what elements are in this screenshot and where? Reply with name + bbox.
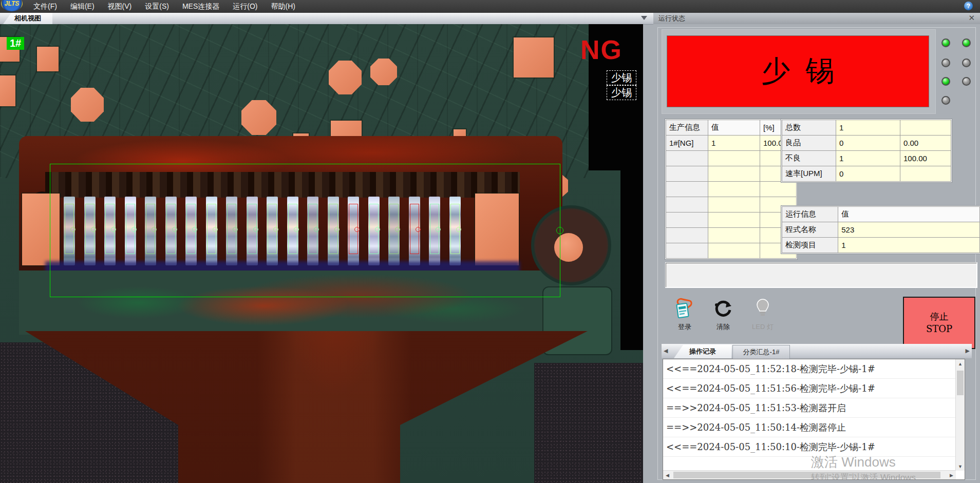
pcb-pad	[514, 37, 554, 78]
table-cell: 523	[838, 222, 980, 238]
status-led-green	[941, 77, 950, 86]
login-label: 登录	[678, 322, 691, 332]
tab-operation-log[interactable]: 操作记录	[674, 345, 731, 358]
status-led-gray	[941, 59, 950, 67]
chevron-down-icon[interactable]	[641, 16, 647, 20]
table-cell: 0.00	[900, 136, 951, 151]
defect-tag: 少锡	[607, 85, 636, 100]
defect-tag: 少锡	[607, 70, 636, 85]
tab-scroll-right-icon[interactable]: ▶	[966, 347, 970, 354]
table-cell: 1#[NG]	[666, 136, 708, 151]
table-cell	[708, 166, 760, 182]
table-cell: 0	[836, 136, 900, 151]
table-row: 良品00.00	[782, 136, 951, 151]
menu-edit[interactable]: 编辑(E)	[64, 1, 101, 13]
led-bulb-icon	[752, 298, 773, 319]
table-row	[666, 166, 797, 182]
stop-label-cn: 停止	[930, 311, 949, 323]
log-rows: <<==2024-05-05_11:52:18-检测完毕-少锡-1#<<==20…	[663, 359, 965, 457]
close-icon[interactable]: ✕	[968, 14, 975, 22]
operation-log-list[interactable]: <<==2024-05-05_11:52:18-检测完毕-少锡-1#<<==20…	[663, 359, 965, 480]
table-header-cell: 运行信息	[782, 207, 838, 222]
table-cell: 1	[708, 136, 760, 151]
table-cell: 1	[836, 120, 900, 136]
table-row	[666, 212, 797, 228]
panel-title: 运行状态	[658, 14, 685, 23]
table-row	[666, 197, 797, 212]
camera-canvas[interactable]: 1# NG 少锡 少锡	[0, 24, 643, 483]
table-row	[666, 151, 797, 166]
background-texture	[534, 363, 643, 483]
tab-class-summary[interactable]: 分类汇总-1#	[732, 345, 790, 359]
table-cell	[666, 151, 708, 166]
tab-camera-view[interactable]: 相机视图	[3, 13, 52, 24]
table-cell: 100.00	[900, 151, 951, 166]
table-header-cell: 值	[838, 207, 980, 222]
table-row: 检测项目1	[782, 238, 980, 253]
inspection-result-label: NG	[580, 36, 623, 63]
menu-mes-connector[interactable]: MES连接器	[176, 1, 226, 13]
vertical-scrollbar[interactable]: ▲ ▼	[955, 359, 965, 471]
scrollbar-thumb[interactable]	[957, 371, 964, 395]
table-cell	[900, 166, 951, 182]
production-table: 生产信息值[%]1#[NG]1100.00	[666, 120, 797, 259]
table-cell	[666, 166, 708, 182]
menu-file[interactable]: 文件(F)	[27, 1, 64, 13]
menu-view[interactable]: 视图(V)	[101, 1, 139, 13]
help-icon[interactable]: ?	[964, 2, 973, 10]
menu-help[interactable]: 帮助(H)	[264, 1, 301, 13]
scroll-down-icon[interactable]: ▼	[956, 462, 965, 471]
table-row: 速率[UPM]0	[782, 166, 951, 182]
table-cell	[666, 182, 708, 197]
stop-button[interactable]: 停止 STOP	[903, 297, 975, 349]
table-cell: 总数	[782, 120, 836, 136]
table-cell: 1	[836, 151, 900, 166]
login-button[interactable]: 登录	[669, 298, 701, 339]
status-led-gray	[962, 77, 971, 86]
led-light-button[interactable]: LED 灯	[747, 298, 779, 339]
table-row: 程式名称523	[782, 222, 980, 238]
table-cell: 检测项目	[782, 238, 838, 253]
table-cell	[708, 243, 760, 259]
table-cell	[666, 212, 708, 228]
table-cell	[708, 212, 760, 228]
app-logo-icon: JLTS	[1, 0, 23, 11]
camera-id-badge: 1#	[7, 37, 24, 50]
menu-run[interactable]: 运行(O)	[226, 1, 264, 13]
table-row: 总数1	[782, 120, 951, 136]
scroll-right-icon[interactable]: ▶	[947, 471, 956, 479]
result-banner-group: 少锡	[662, 29, 936, 114]
log-entry: ==>>2024-05-05_11:50:14-检测器停止	[663, 418, 965, 437]
clear-button[interactable]: 清除	[707, 298, 739, 339]
scrollbar-thumb[interactable]	[673, 472, 940, 478]
table-cell: 速率[UPM]	[782, 166, 836, 182]
roi-rectangle	[50, 164, 560, 297]
camera-black-zone	[620, 170, 643, 350]
pcb-pad	[241, 100, 276, 135]
table-cell	[666, 228, 708, 243]
table-cell: 不良	[782, 151, 836, 166]
scroll-left-icon[interactable]: ◀	[663, 471, 672, 479]
clear-label: 清除	[717, 322, 730, 332]
table-cell	[708, 151, 760, 166]
log-entry: <<==2024-05-05_11:50:10-检测完毕-少锡-1#	[663, 437, 965, 457]
table-cell: 1	[838, 238, 980, 253]
log-entry: <<==2024-05-05_11:51:56-检测完毕-少锡-1#	[663, 379, 965, 398]
roi-notch	[556, 227, 563, 234]
pcb-pad	[71, 88, 104, 122]
menu-settings[interactable]: 设置(S)	[138, 1, 176, 13]
panel-header: 运行状态 ✕	[653, 13, 980, 24]
camera-tab-strip: 相机视图	[0, 13, 653, 25]
table-cell: 程式名称	[782, 222, 838, 238]
menu-bar: JLTS 文件(F) 编辑(E) 视图(V) 设置(S) MES连接器 运行(O…	[0, 0, 980, 13]
id-badge-icon	[674, 298, 695, 319]
table-cell: 良品	[782, 136, 836, 151]
horizontal-scrollbar[interactable]: ◀ ▶	[663, 470, 956, 479]
refresh-icon	[713, 298, 733, 319]
scroll-up-icon[interactable]: ▲	[956, 359, 965, 368]
tab-scroll-left-icon[interactable]: ◀	[664, 347, 668, 354]
pcb-pad	[37, 47, 59, 71]
menu-items: 文件(F) 编辑(E) 视图(V) 设置(S) MES连接器 运行(O) 帮助(…	[27, 1, 302, 13]
table-cell	[760, 182, 797, 197]
run-info-table: 运行信息值程式名称523检测项目1	[782, 206, 980, 253]
